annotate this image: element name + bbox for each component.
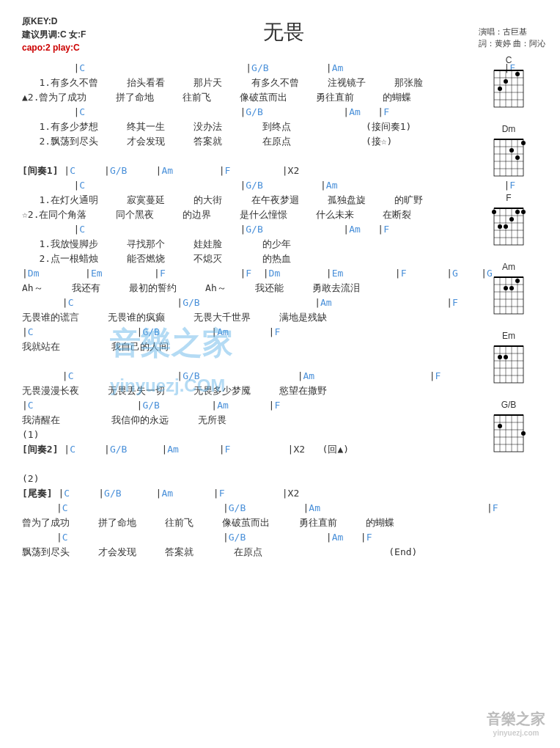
lyric-line: |C |G/B |Am |F (22, 105, 454, 120)
svg-rect-67 (494, 415, 523, 452)
chord-diagram-Am: Am (479, 262, 538, 320)
chord-diagram-C: C (479, 55, 538, 113)
singer: 演唱：古巨基 (479, 26, 545, 37)
chord-diagram-Em: Em (479, 331, 538, 389)
chord-diagram-G-B: G/B (479, 400, 538, 458)
svg-point-36 (521, 210, 526, 214)
lyric-line: |C |G/B |Am |F (22, 501, 454, 516)
lyric-line: |C |G/B |Am |F (22, 369, 454, 384)
svg-point-23 (521, 141, 526, 145)
lyric-line: 1.有多少梦想 终其一生 没办法 到终点 (接间奏1) (22, 120, 454, 134)
lyric-line (22, 354, 454, 369)
fretboard-icon (490, 274, 527, 318)
footer-watermark: 音樂之家 yinyuezj.com (487, 709, 545, 737)
song-meta: 演唱：古巨基 詞：黄婷 曲：阿沁 (479, 26, 545, 49)
chord-sheet: 原KEY:D 建议男调:C 女:F capo:2 play:C 无畏 演唱：古巨… (0, 0, 560, 748)
lyric-line: |C |G/B |Am |F (22, 178, 454, 193)
lyric-line: |C |G/B |Am |F (22, 398, 454, 413)
fretboard-icon (490, 67, 527, 111)
lyric-line: (1) (22, 428, 454, 442)
svg-point-24 (515, 155, 520, 160)
svg-point-78 (498, 424, 502, 428)
chord-diagrams-column: CDmFAmEmG/B (479, 55, 538, 469)
lyric-line: [间奏1] |C |G/B |Am |F |X2 (22, 164, 454, 178)
svg-rect-55 (494, 346, 523, 383)
key-suggestion: 建议男调:C 女:F (22, 28, 86, 41)
svg-point-65 (504, 355, 508, 359)
chord-name: Dm (479, 124, 538, 134)
lyric-line: |C |G/B |Am |F (22, 296, 454, 310)
lyric-line: (2) (22, 472, 454, 486)
lyric-line: ▲2.曾为了成功 拼了命地 往前飞 像破茧而出 勇往直前 的蝴蝶 (22, 90, 454, 105)
capo-info: capo:2 play:C (22, 41, 86, 54)
lyric-line: |C |G/B |Am |F (22, 222, 454, 237)
key-info: 原KEY:D 建议男调:C 女:F capo:2 play:C (22, 15, 86, 54)
lyric-line: 我就站在 我自己的人间 (22, 340, 454, 354)
fretboard-icon (490, 411, 527, 455)
chord-name: G/B (479, 400, 538, 410)
lyric-line: 无畏谁的谎言 无畏谁的疯癫 无畏大千世界 满地是残缺 (22, 310, 454, 325)
header: 原KEY:D 建议男调:C 女:F capo:2 play:C 无畏 演唱：古巨… (22, 15, 545, 46)
fretboard-icon (490, 205, 527, 249)
svg-point-77 (521, 431, 526, 436)
svg-point-12 (498, 87, 502, 91)
original-key: 原KEY:D (22, 15, 86, 28)
svg-point-53 (509, 286, 514, 290)
svg-point-10 (515, 72, 520, 76)
fretboard-icon (490, 136, 527, 180)
svg-point-41 (492, 210, 496, 214)
lyric-line: 我清醒在 我信仰的永远 无所畏 (22, 413, 454, 428)
svg-point-54 (504, 286, 508, 290)
svg-point-11 (504, 79, 508, 84)
lyric-line (22, 149, 454, 164)
svg-point-40 (498, 224, 502, 229)
svg-point-52 (515, 279, 520, 283)
lyric-line: 1.在灯火通明 寂寞蔓延 的大街 在午夜梦迴 孤独盘旋 的旷野 (22, 193, 454, 208)
chord-name: F (479, 193, 538, 203)
lyric-line: |C |G/B |Am |F (22, 325, 454, 340)
lyric-line: 1.有多久不曾 抬头看看 那片天 有多久不曾 注视镜子 那张脸 (22, 76, 454, 90)
lyric-line (22, 457, 454, 472)
lyric-line: [尾奏] |C |G/B |Am |F |X2 (22, 486, 454, 501)
lyric-line: [间奏2] |C |G/B |Am |F |X2 (回▲) (22, 442, 454, 457)
credits: 詞：黄婷 曲：阿沁 (479, 37, 545, 49)
lyric-line: |Dm |Em |F |F |Dm |Em |F |G |G (22, 266, 454, 281)
song-title: 无畏 (22, 15, 545, 46)
lyric-line: 1.我放慢脚步 寻找那个 娃娃脸 的少年 (22, 237, 454, 252)
lyric-line: 曾为了成功 拼了命地 往前飞 像破茧而出 勇往直前 的蝴蝶 (22, 516, 454, 530)
lyric-line: |C |G/B |Am |F (22, 61, 454, 76)
lyric-line: 2.飘荡到尽头 才会发现 答案就 在原点 (接☆) (22, 134, 454, 149)
svg-point-39 (504, 224, 508, 229)
chord-diagram-F: F (479, 193, 538, 251)
svg-point-66 (498, 355, 502, 359)
chord-diagram-Dm: Dm (479, 124, 538, 182)
chord-name: Am (479, 262, 538, 272)
lyric-line: ☆2.在同个角落 同个黑夜 的边界 是什么憧憬 什么未来 在断裂 (22, 208, 454, 222)
svg-point-25 (509, 148, 514, 153)
svg-point-37 (515, 210, 520, 214)
chord-name: C (479, 55, 538, 65)
lyric-line: 飘荡到尽头 才会发现 答案就 在原点 (End) (22, 545, 454, 560)
chord-name: Em (479, 331, 538, 341)
lyric-line: 2.点一根蜡烛 能否燃烧 不熄灭 的热血 (22, 252, 454, 266)
fretboard-icon (490, 342, 527, 386)
svg-point-38 (509, 217, 514, 221)
svg-rect-42 (494, 277, 523, 314)
lyric-line: 无畏漫漫长夜 无畏丢失一切 无畏多少梦魇 慾望在撒野 (22, 384, 454, 398)
lyrics-content: |C |G/B |Am |F 1.有多久不曾 抬头看看 那片天 有多久不曾 注视… (22, 61, 454, 560)
lyric-line: Ah～ 我还有 最初的誓约 Ah～ 我还能 勇敢去流泪 (22, 281, 454, 296)
lyric-line: |C |G/B |Am |F (22, 530, 454, 545)
